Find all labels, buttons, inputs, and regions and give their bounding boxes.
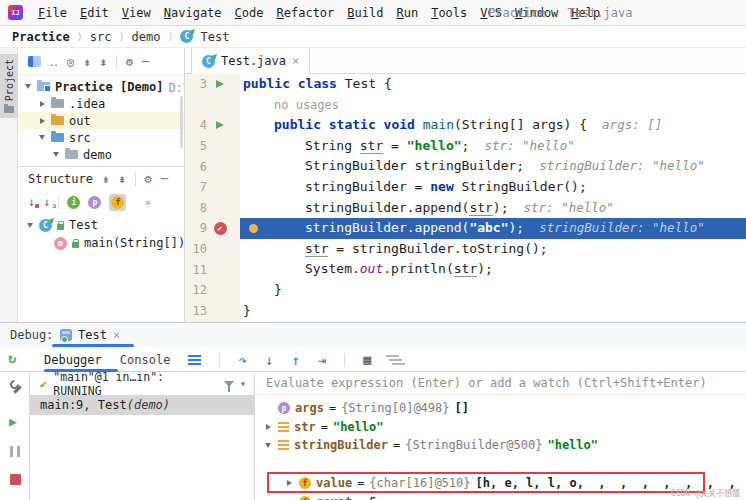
close-icon[interactable]: × — [113, 328, 120, 342]
line-number[interactable]: 7 — [185, 180, 207, 194]
menu-run[interactable]: Run — [396, 6, 418, 20]
gutter-row[interactable]: 7 — [185, 177, 240, 198]
project-tool-window-tab[interactable]: Project — [0, 54, 18, 118]
hide-panel-icon[interactable]: ─ — [161, 173, 168, 185]
project-view-icon[interactable] — [28, 56, 41, 67]
evaluate-expression-input[interactable]: Evaluate expression (Enter) or add a wat… — [255, 372, 746, 395]
gutter-row[interactable] — [185, 95, 240, 116]
variable-row-count[interactable]: f count = 5 — [255, 493, 377, 500]
menu-build[interactable]: Build — [347, 6, 383, 20]
filter-funnel-icon[interactable] — [224, 381, 234, 387]
intention-bulb-icon[interactable] — [249, 224, 258, 233]
tab-debugger[interactable]: Debugger — [44, 353, 102, 367]
breadcrumb-src[interactable]: src — [90, 30, 112, 44]
line-number[interactable]: 8 — [185, 201, 207, 215]
expand-all-icon[interactable]: ⇟ — [83, 56, 90, 68]
tree-row-out[interactable]: out — [18, 112, 185, 129]
variable-row-str[interactable]: str = "hello" — [255, 418, 384, 436]
menu-edit[interactable]: Edit — [80, 6, 109, 20]
menu-navigate[interactable]: Navigate — [164, 6, 222, 20]
more-dots-icon[interactable]: ‥ — [50, 56, 58, 68]
breakpoint-icon[interactable]: ✔ — [214, 222, 227, 235]
chevron-right-icon[interactable] — [40, 101, 45, 107]
sort-by-visibility-icon[interactable]: ↓ — [28, 195, 35, 209]
show-properties-icon[interactable]: p — [88, 196, 101, 209]
editor-tab-test-java[interactable]: C Test.java × — [191, 48, 310, 74]
show-fields-toggle[interactable]: f — [109, 194, 126, 211]
scrollbar-thumb[interactable] — [180, 96, 183, 148]
line-number[interactable]: 3 — [185, 77, 207, 91]
hide-panel-icon[interactable]: ─ — [142, 56, 149, 68]
dropdown-arrow-icon[interactable]: ▾ — [240, 378, 246, 389]
variable-row-stringbuilder[interactable]: stringBuilder = {StringBuilder@500} "hel… — [255, 436, 598, 454]
menu-view[interactable]: View — [122, 6, 151, 20]
collapse-all-icon[interactable]: ⇞ — [99, 56, 106, 68]
line-number[interactable]: 6 — [185, 160, 207, 174]
pause-icon[interactable] — [10, 446, 20, 457]
gutter-row[interactable]: 12 — [185, 280, 240, 301]
line-number[interactable]: 10 — [185, 242, 207, 256]
step-over-icon[interactable]: ↷ — [238, 353, 246, 367]
variable-row-args[interactable]: p args = {String[0]@498} [] — [255, 399, 469, 417]
tree-row-idea[interactable]: .idea — [18, 95, 185, 112]
step-out-icon[interactable]: ↑ — [291, 353, 299, 367]
tab-console[interactable]: Console — [120, 353, 171, 367]
gutter-row[interactable]: 4 — [185, 115, 240, 136]
chevron-right-icon[interactable] — [40, 118, 45, 124]
breadcrumb-package[interactable]: demo — [132, 30, 161, 44]
editor-code-area[interactable]: public class Test { no usages public sta… — [240, 74, 746, 322]
gutter-row[interactable]: 13 — [185, 301, 240, 322]
line-number[interactable]: 9 — [185, 221, 207, 235]
line-number[interactable]: 13 — [185, 304, 207, 318]
gutter-row[interactable]: 6 — [185, 156, 240, 177]
menu-refactor[interactable]: Refactor — [277, 6, 335, 20]
line-number[interactable]: 5 — [185, 139, 207, 153]
menu-code[interactable]: Code — [235, 6, 264, 20]
thread-selector[interactable]: ✔ "main"@1 in…in": RUNNING ▾ — [30, 372, 254, 395]
gutter-row[interactable]: 11 — [185, 259, 240, 280]
chevron-down-icon[interactable] — [27, 223, 33, 228]
evaluate-expression-icon[interactable]: ▦ — [363, 352, 371, 367]
collapse-all-icon[interactable]: ⇞ — [118, 173, 125, 185]
gutter-row[interactable]: 5 — [185, 136, 240, 157]
chevron-down-icon[interactable] — [265, 443, 271, 448]
rerun-icon[interactable]: ↻ — [8, 350, 16, 366]
close-icon[interactable]: × — [292, 54, 299, 68]
usages-hint[interactable]: no usages — [274, 98, 339, 112]
gutter-row[interactable]: 9✔ — [185, 218, 240, 239]
line-number[interactable]: 11 — [185, 263, 207, 277]
breadcrumb-project[interactable]: Practice — [12, 30, 70, 44]
run-method-icon[interactable] — [216, 121, 224, 129]
gutter-row[interactable]: 8 — [185, 198, 240, 219]
line-number[interactable]: 12 — [185, 283, 207, 297]
chevron-down-icon[interactable] — [53, 152, 59, 157]
show-inherited-icon[interactable]: i — [67, 196, 80, 209]
tree-row-src[interactable]: src — [18, 129, 185, 146]
expand-all-icon[interactable]: ⇟ — [102, 173, 109, 185]
line-number[interactable]: 4 — [185, 118, 207, 132]
run-class-icon[interactable] — [216, 80, 224, 88]
stop-icon[interactable] — [10, 474, 21, 485]
run-to-cursor-icon[interactable]: ⇥ — [318, 353, 326, 367]
stack-frame-row[interactable]: main:9, Test (demo) — [30, 395, 254, 415]
gutter-row[interactable]: 10 — [185, 239, 240, 260]
overflow-icon[interactable]: » — [144, 196, 151, 209]
tree-row-demo[interactable]: demo — [18, 146, 185, 163]
chevron-down-icon[interactable] — [25, 84, 31, 89]
menu-tools[interactable]: Tools — [431, 6, 467, 20]
locate-file-icon[interactable]: ◎ — [67, 56, 74, 68]
structure-row-class[interactable]: C Test — [18, 216, 185, 234]
gutter-row[interactable]: 3 — [185, 74, 240, 95]
tree-row-project-root[interactable]: Practice [Demo] D:\我的 — [18, 78, 185, 95]
breadcrumb-class[interactable]: Test — [200, 30, 229, 44]
resume-icon[interactable]: ▶ — [9, 414, 17, 429]
menu-file[interactable]: File — [38, 6, 67, 20]
layout-menu-icon[interactable] — [188, 359, 201, 361]
step-into-icon[interactable]: ↓ — [265, 353, 273, 367]
settings-wrench-icon[interactable] — [9, 380, 23, 394]
sort-alphabetically-icon[interactable]: ↓a — [43, 195, 50, 209]
chevron-right-icon[interactable] — [287, 480, 292, 486]
chevron-right-icon[interactable] — [266, 424, 271, 430]
settings-gear-icon[interactable]: ⚙ — [126, 56, 133, 68]
usages-hint-line[interactable]: no usages — [240, 95, 746, 116]
